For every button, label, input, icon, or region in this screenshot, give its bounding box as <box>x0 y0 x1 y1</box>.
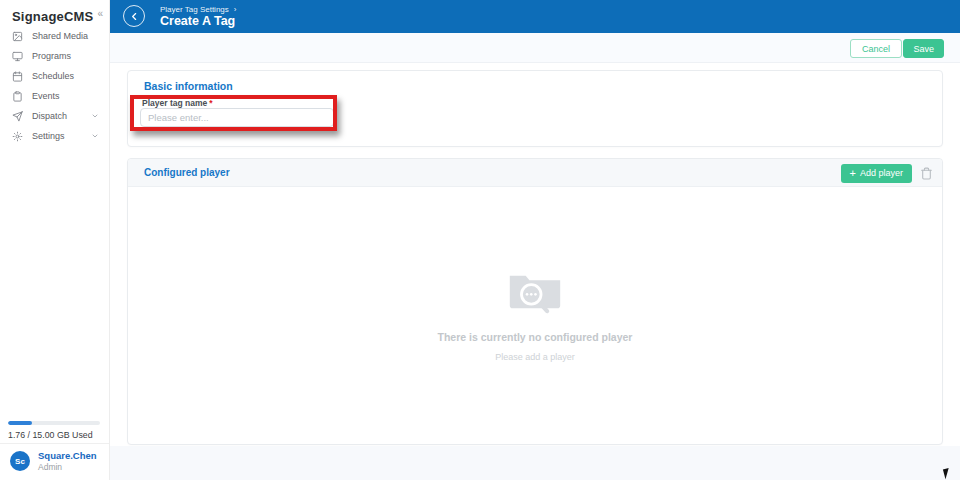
sidebar-item-shared-media[interactable]: Shared Media <box>0 26 109 46</box>
player-tag-name-label: Player tag name* <box>142 98 213 108</box>
storage-bar <box>8 421 100 425</box>
player-tag-name-input[interactable] <box>140 108 334 127</box>
calendar-icon <box>12 71 23 82</box>
required-asterisk: * <box>209 98 212 108</box>
user-profile[interactable]: Sc Square.Chen Admin <box>10 450 97 472</box>
storage-usage: 1.76 / 15.00 GB Used <box>8 421 102 440</box>
sidebar-item-settings[interactable]: Settings <box>0 126 109 146</box>
breadcrumb-label: Player Tag Settings <box>160 5 229 14</box>
breadcrumb[interactable]: Player Tag Settings› <box>160 5 236 14</box>
send-icon <box>12 111 23 122</box>
app-logo: SignageCMS <box>12 9 93 24</box>
page-header: Player Tag Settings› Create A Tag <box>110 0 960 33</box>
back-button[interactable] <box>123 5 145 27</box>
sidebar-item-events[interactable]: Events <box>0 86 109 106</box>
empty-folder-search-icon <box>507 271 563 318</box>
plus-icon: + <box>850 168 856 179</box>
sidebar-nav: Shared Media Programs Schedules Events <box>0 26 109 146</box>
sidebar-item-label: Events <box>32 91 60 101</box>
app-window: SignageCMS « Shared Media Programs Sc <box>0 0 960 480</box>
configured-player-header: Configured player + Add player <box>128 159 942 187</box>
empty-state: There is currently no configured player … <box>128 271 942 362</box>
chevron-left-icon <box>129 11 140 22</box>
save-button[interactable]: Save <box>903 39 944 58</box>
sidebar-item-label: Programs <box>32 51 71 61</box>
basic-information-title: Basic information <box>144 80 233 92</box>
sidebar-item-label: Shared Media <box>32 31 88 41</box>
footer-strip <box>110 446 960 480</box>
add-player-button[interactable]: + Add player <box>841 164 912 183</box>
monitor-icon <box>12 51 23 62</box>
basic-information-card: Basic information Player tag name* <box>127 70 943 147</box>
sidebar-divider <box>0 443 109 444</box>
cancel-button[interactable]: Cancel <box>850 39 902 58</box>
sidebar-item-dispatch[interactable]: Dispatch <box>0 106 109 126</box>
field-label-text: Player tag name <box>142 98 207 108</box>
avatar: Sc <box>10 451 30 471</box>
configured-player-card: Configured player + Add player <box>127 158 943 445</box>
sidebar-item-label: Schedules <box>32 71 74 81</box>
storage-bar-fill <box>8 421 32 425</box>
sidebar: SignageCMS « Shared Media Programs Sc <box>0 0 110 480</box>
clipboard-icon <box>12 91 23 102</box>
empty-state-subtitle: Please add a player <box>128 352 942 362</box>
user-role: Admin <box>38 462 97 472</box>
sidebar-item-label: Dispatch <box>32 111 67 121</box>
gear-icon <box>12 131 23 142</box>
collapse-sidebar-icon[interactable]: « <box>97 8 103 19</box>
logo-row: SignageCMS « <box>0 0 109 29</box>
sidebar-item-label: Settings <box>32 131 65 141</box>
delete-icon[interactable] <box>920 167 933 180</box>
add-player-label: Add player <box>860 168 903 178</box>
image-icon <box>12 31 23 42</box>
breadcrumb-separator-icon: › <box>234 5 237 14</box>
storage-label: 1.76 / 15.00 GB Used <box>8 430 102 440</box>
chevron-down-icon <box>91 132 99 140</box>
user-name: Square.Chen <box>38 450 97 461</box>
user-meta: Square.Chen Admin <box>38 450 97 472</box>
chevron-down-icon <box>91 112 99 120</box>
configured-player-title: Configured player <box>144 167 230 178</box>
action-toolbar: Cancel Save <box>110 33 960 63</box>
sidebar-item-schedules[interactable]: Schedules <box>0 66 109 86</box>
main-area: Player Tag Settings› Create A Tag Cancel… <box>110 0 960 480</box>
page-title: Create A Tag <box>160 14 235 28</box>
sidebar-item-programs[interactable]: Programs <box>0 46 109 66</box>
empty-state-title: There is currently no configured player <box>128 331 942 343</box>
